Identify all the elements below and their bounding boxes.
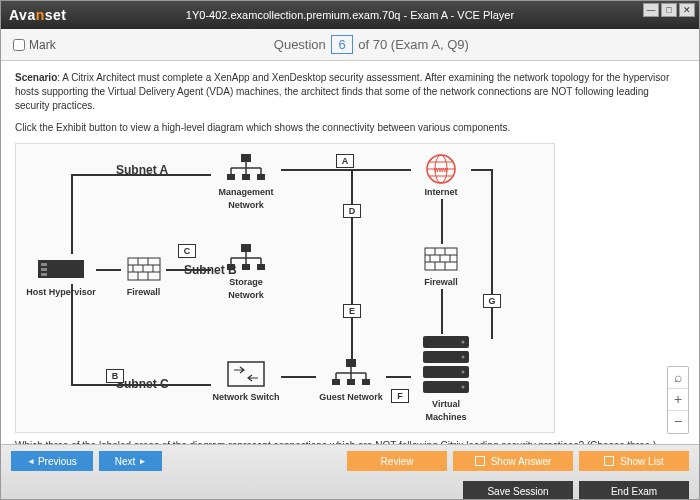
zoom-out-button[interactable]: − [668, 411, 688, 433]
svg-rect-2 [41, 268, 47, 271]
svg-point-64 [462, 371, 465, 374]
server-icon [41, 254, 81, 284]
end-exam-label: End Exam [611, 486, 657, 497]
arrow [71, 384, 211, 386]
firewall-icon [421, 244, 461, 274]
save-session-label: Save Session [487, 486, 548, 497]
checkbox-icon [604, 456, 614, 466]
close-button[interactable]: ✕ [679, 3, 695, 17]
arrow [386, 376, 411, 378]
zoom-in-button[interactable]: + [668, 389, 688, 411]
show-list-button[interactable]: Show List [579, 451, 689, 471]
logo-text-pre: Ava [9, 7, 36, 23]
svg-rect-29 [227, 264, 235, 270]
svg-rect-20 [227, 174, 235, 180]
svg-rect-21 [242, 174, 250, 180]
question-bar: Mark Question 6 of 70 (Exam A, Q9) [1, 29, 699, 61]
arrow [471, 169, 491, 171]
host-hypervisor-node: Host Hypervisor [26, 254, 96, 299]
arrow [281, 169, 411, 171]
arrow [96, 269, 121, 271]
content-area: Scenario: A Citrix Architect must comple… [1, 61, 699, 444]
svg-point-62 [462, 341, 465, 344]
arrow [166, 269, 211, 271]
mark-checkbox-label[interactable]: Mark [13, 38, 56, 52]
logo-text-post: set [45, 7, 67, 23]
zoom-reset-button[interactable]: ⌕ [668, 367, 688, 389]
subnet-a-label: Subnet A [116, 162, 168, 179]
next-button[interactable]: Next [99, 451, 162, 471]
label-d: D [343, 204, 361, 218]
label-b: B [106, 369, 124, 383]
firewall-left-node: Firewall [121, 254, 166, 299]
question-word: Question [274, 37, 326, 52]
firewall-right-label: Firewall [416, 276, 466, 289]
svg-rect-22 [257, 174, 265, 180]
svg-rect-14 [241, 154, 251, 162]
svg-rect-3 [41, 273, 47, 276]
scenario-text: Scenario: A Citrix Architect must comple… [15, 71, 685, 113]
host-hypervisor-label: Host Hypervisor [26, 286, 96, 299]
storage-network-label: Storage Network [211, 276, 281, 301]
app-logo: Avanset [9, 7, 66, 23]
checkbox-icon [475, 456, 485, 466]
network-icon [226, 244, 266, 274]
show-answer-button[interactable]: Show Answer [453, 451, 573, 471]
svg-rect-23 [241, 244, 251, 252]
vm-stack-icon [426, 334, 466, 396]
question-indicator: Question 6 of 70 (Exam A, Q9) [56, 35, 687, 54]
globe-icon: WWW [421, 154, 461, 184]
mgmt-network-node: Management Network [211, 154, 281, 211]
svg-rect-31 [257, 264, 265, 270]
instruction-text: Click the Exhibit button to view a high-… [15, 121, 685, 135]
vm-node: Virtual Machines [411, 334, 481, 423]
firewall-left-label: Firewall [121, 286, 166, 299]
vm-label: Virtual Machines [411, 398, 481, 423]
svg-rect-30 [242, 264, 250, 270]
svg-rect-41 [362, 379, 370, 385]
label-e: E [343, 304, 361, 318]
arrow [71, 284, 73, 384]
minimize-button[interactable]: — [643, 3, 659, 17]
logo-text-mid: n [36, 7, 45, 23]
save-session-button[interactable]: Save Session [463, 481, 573, 500]
guest-network-label: Guest Network [316, 391, 386, 404]
question-text: Which three of the labeled areas of the … [15, 439, 685, 444]
title-bar: Avanset 1Y0-402.examcollection.premium.e… [1, 1, 699, 29]
mark-label: Mark [29, 38, 56, 52]
arrow [71, 174, 73, 254]
arrow [351, 169, 353, 364]
internet-node: WWW Internet [411, 154, 471, 199]
arrow [491, 169, 493, 339]
previous-button[interactable]: Previous [11, 451, 93, 471]
network-switch-label: Network Switch [211, 391, 281, 404]
storage-network-node: Storage Network [211, 244, 281, 301]
footer-toolbar: Previous Next Review Show Answer Show Li… [1, 444, 699, 500]
window-title: 1Y0-402.examcollection.premium.exam.70q … [186, 9, 514, 21]
svg-rect-32 [228, 362, 264, 386]
next-label: Next [115, 456, 136, 467]
network-switch-node: Network Switch [211, 359, 281, 404]
mgmt-network-label: Management Network [211, 186, 281, 211]
maximize-button[interactable]: □ [661, 3, 677, 17]
arrow [441, 199, 443, 244]
review-button[interactable]: Review [347, 451, 447, 471]
label-f: F [391, 389, 409, 403]
zoom-controls: ⌕ + − [667, 366, 689, 434]
svg-point-63 [462, 356, 465, 359]
label-c: C [178, 244, 196, 258]
previous-label: Previous [38, 456, 77, 467]
svg-rect-39 [332, 379, 340, 385]
firewall-right-node: Firewall [416, 244, 466, 289]
arrow [441, 289, 443, 334]
show-list-label: Show List [620, 456, 663, 467]
question-total: of 70 (Exam A, Q9) [358, 37, 469, 52]
svg-rect-1 [41, 263, 47, 266]
mark-checkbox[interactable] [13, 39, 25, 51]
network-icon [226, 154, 266, 184]
svg-text:WWW: WWW [434, 167, 448, 173]
show-answer-label: Show Answer [491, 456, 552, 467]
scenario-body: : A Citrix Architect must complete a Xen… [15, 72, 669, 111]
scenario-label: Scenario [15, 72, 57, 83]
end-exam-button[interactable]: End Exam [579, 481, 689, 500]
